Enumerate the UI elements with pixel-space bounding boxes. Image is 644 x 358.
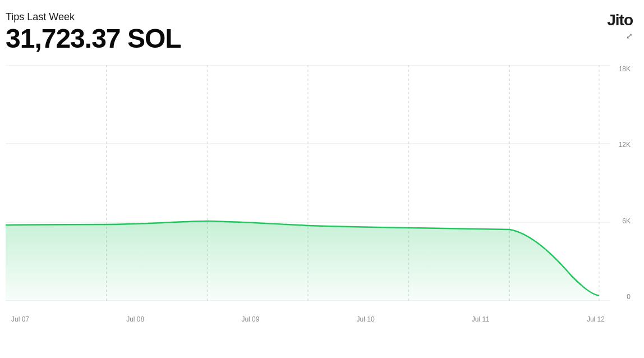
header: Tips Last Week 31,723.37 SOL Jito ⤢ — [6, 11, 633, 59]
brand-logo: Jito — [607, 11, 633, 29]
dashboard-container: Tips Last Week 31,723.37 SOL Jito ⤢ — [0, 0, 644, 358]
y-label-18k: 18K — [619, 65, 631, 73]
chart-area — [6, 65, 610, 301]
title-area: Tips Last Week 31,723.37 SOL — [6, 11, 181, 59]
chart-title: Tips Last Week — [6, 11, 181, 23]
y-label-12k: 12K — [619, 141, 631, 149]
x-label-jul08: Jul 08 — [126, 315, 144, 323]
x-axis-labels: Jul 07 Jul 08 Jul 09 Jul 10 Jul 11 Jul 1… — [6, 315, 610, 323]
brand-area: Jito ⤢ — [607, 11, 633, 40]
x-label-jul09: Jul 09 — [241, 315, 259, 323]
x-label-jul07: Jul 07 — [11, 315, 29, 323]
y-label-6k: 6K — [622, 217, 631, 225]
expand-icon[interactable]: ⤢ — [607, 31, 633, 40]
chart-svg — [6, 65, 610, 301]
x-label-jul10: Jul 10 — [357, 315, 375, 323]
y-label-0: 0 — [627, 293, 631, 301]
y-axis-labels: 18K 12K 6K 0 — [619, 65, 633, 301]
chart-value: 31,723.37 SOL — [6, 23, 181, 54]
chart-wrapper: 18K 12K 6K 0 Jul 07 Jul 08 Jul 09 Jul 10… — [6, 65, 633, 323]
x-label-jul11: Jul 11 — [472, 315, 490, 323]
x-label-jul12: Jul 12 — [587, 315, 605, 323]
